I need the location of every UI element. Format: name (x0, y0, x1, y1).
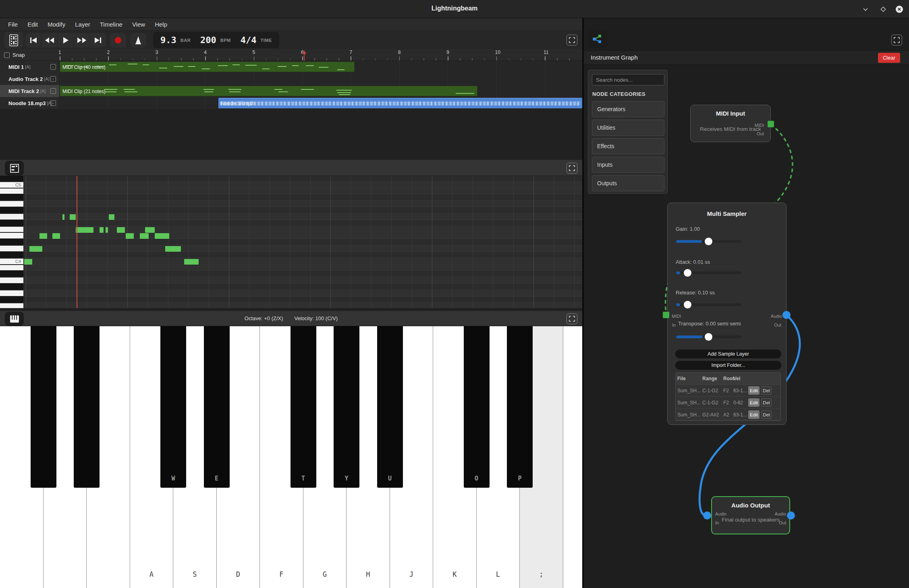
midi-note[interactable] (70, 214, 76, 220)
track-checkbox[interactable]: - (50, 64, 56, 70)
track-header-2[interactable]: Audio Track 2[A]- (0, 73, 60, 85)
menu-layer[interactable]: Layer (70, 18, 95, 31)
track-lane[interactable] (60, 73, 582, 85)
midi-note[interactable] (52, 233, 60, 239)
track-header-3[interactable]: MIDI Track 2[A]- (0, 85, 60, 97)
track-header-1[interactable]: MIDI 1[A]- (0, 61, 60, 73)
sampler-audio-out-port[interactable] (782, 311, 791, 319)
roll-key-A#3[interactable] (0, 271, 23, 277)
piano-roll[interactable]: C5C4 (0, 176, 582, 308)
audio-output-out-port[interactable] (787, 511, 795, 520)
piano-roll-tool-button[interactable] (5, 161, 24, 176)
midi-note[interactable] (76, 227, 93, 233)
midi-note[interactable] (29, 246, 42, 252)
track-lane[interactable]: MIDI Clip (40 notes) (60, 61, 582, 73)
menu-view[interactable]: View (127, 18, 150, 31)
roll-key-B3[interactable] (0, 265, 23, 271)
play-button[interactable] (58, 33, 74, 48)
midi-note[interactable] (106, 227, 108, 233)
audio-output-in-port[interactable] (703, 511, 711, 520)
black-key-W[interactable]: W (160, 326, 186, 488)
maximize-icon[interactable] (878, 4, 888, 14)
roll-key-D4[interactable] (0, 246, 23, 252)
roll-key-G3[interactable] (0, 290, 23, 296)
midi-note[interactable] (109, 214, 114, 220)
midi-note[interactable] (24, 259, 32, 265)
attack-slider[interactable] (676, 271, 741, 274)
roll-key-G#3[interactable] (0, 284, 23, 290)
timeline-expand-button[interactable] (567, 35, 577, 46)
roll-key-G#4[interactable] (0, 207, 23, 213)
rewind-button[interactable] (42, 33, 58, 48)
black-key-O[interactable]: O (464, 326, 490, 488)
keyboard-expand-button[interactable] (567, 313, 577, 324)
metronome-button[interactable] (130, 33, 146, 48)
track-lane[interactable]: Noodle 18.mp3 (60, 97, 582, 109)
black-key-E[interactable]: E (204, 326, 230, 488)
del-button[interactable]: Del (761, 398, 772, 407)
fast-forward-button[interactable] (74, 33, 90, 48)
black-key[interactable] (74, 326, 100, 488)
piano-roll-key-sidebar[interactable]: C5C4 (0, 176, 23, 308)
track-checkbox[interactable]: - (50, 100, 56, 106)
category-generators[interactable]: Generators (592, 101, 664, 117)
black-key[interactable] (31, 326, 56, 488)
roll-key-F#4[interactable] (0, 220, 23, 226)
node-audio-output[interactable]: Audio Output Audio In Audio Out Final ou… (711, 496, 790, 534)
track-checkbox[interactable]: - (50, 76, 56, 82)
midi-note[interactable] (165, 246, 181, 252)
midi-input-out-port[interactable] (768, 121, 774, 127)
del-button[interactable]: Del (761, 386, 772, 395)
midi-note[interactable] (126, 233, 134, 239)
midi-note[interactable] (140, 233, 149, 239)
release-slider[interactable] (676, 303, 741, 306)
black-key-T[interactable]: T (291, 326, 316, 488)
roll-key-E4[interactable] (0, 233, 23, 239)
menu-timeline[interactable]: Timeline (95, 18, 127, 31)
track-checkbox[interactable]: - (50, 88, 56, 94)
category-outputs[interactable]: Outputs (592, 175, 664, 191)
midi-note[interactable] (62, 214, 64, 220)
roll-key-A#4[interactable] (0, 195, 23, 201)
transpose-slider[interactable] (676, 335, 741, 338)
category-effects[interactable]: Effects (592, 138, 664, 154)
edit-button[interactable]: Edit (748, 386, 760, 395)
midi-note[interactable] (100, 227, 104, 233)
category-inputs[interactable]: Inputs (592, 157, 664, 173)
gain-slider[interactable] (676, 240, 741, 243)
piano-roll-expand-button[interactable] (567, 163, 577, 174)
snap-checkbox[interactable] (4, 52, 10, 58)
film-tool-button[interactable] (4, 32, 23, 48)
record-button[interactable] (110, 33, 126, 48)
close-icon[interactable] (894, 4, 904, 14)
midi-clip[interactable]: MIDI Clip (40 notes) (60, 62, 355, 72)
del-button[interactable]: Del (761, 410, 772, 419)
midi-note[interactable] (145, 227, 155, 233)
skip-to-end-button[interactable] (90, 33, 106, 48)
graph-tool-button[interactable] (587, 30, 607, 48)
add-sample-layer-button[interactable]: Add Sample Layer (675, 350, 781, 358)
track-header-4[interactable]: Noodle 18.mp3[A]- (0, 97, 60, 109)
menu-edit[interactable]: Edit (23, 18, 43, 31)
import-folder-button[interactable]: Import Folder... (675, 361, 781, 370)
track-lane[interactable]: MIDI Clip (21 notes) (60, 85, 582, 97)
menu-help[interactable]: Help (150, 18, 172, 31)
midi-note[interactable] (184, 259, 199, 265)
midi-note[interactable] (155, 233, 169, 239)
black-key-P[interactable]: P (507, 326, 533, 488)
roll-key-B4[interactable] (0, 188, 23, 195)
minimize-icon[interactable] (861, 4, 870, 14)
edit-button[interactable]: Edit (748, 398, 760, 407)
roll-key-C5[interactable]: C5 (0, 182, 23, 188)
roll-key-F#3[interactable] (0, 297, 23, 303)
time-display[interactable]: 9.3 BAR 200 BPM 4/4 TIME (153, 32, 279, 48)
roll-key-A4[interactable] (0, 201, 23, 207)
menu-file[interactable]: File (3, 18, 23, 31)
roll-key-C#5[interactable] (0, 176, 23, 182)
roll-key-C#4[interactable] (0, 252, 23, 258)
node-multi-sampler[interactable]: Multi Sampler Gain: 1.00 Attack: 0.01 ss… (667, 203, 787, 425)
black-key-Y[interactable]: Y (334, 326, 359, 488)
roll-key-F4[interactable] (0, 227, 23, 233)
clear-button[interactable]: Clear (878, 53, 900, 63)
roll-key-C4[interactable]: C4 (0, 259, 23, 265)
